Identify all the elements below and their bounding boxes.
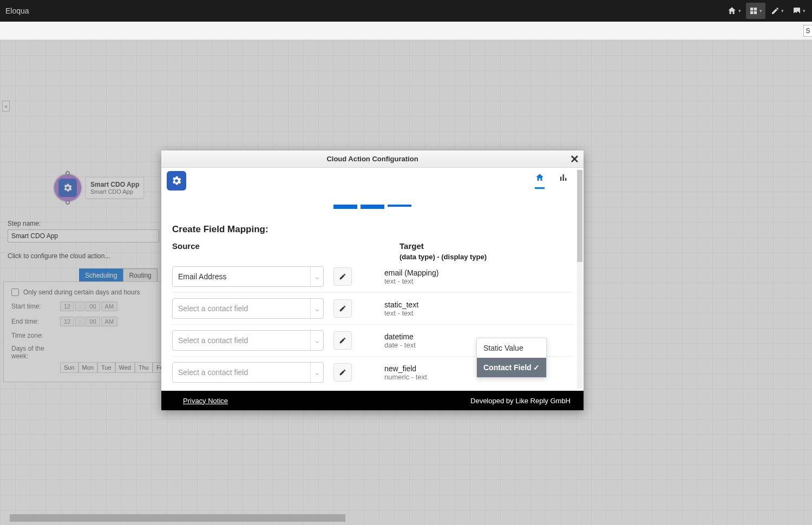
grid-icon[interactable]: ▾	[746, 3, 765, 19]
source-select-2[interactable]: Select a contact field⌄	[172, 330, 324, 351]
target-2: datetime date - text	[384, 332, 416, 349]
svg-rect-4	[560, 177, 561, 181]
svg-rect-2	[750, 11, 753, 14]
section-title: Create Field Mapping:	[172, 224, 584, 235]
step-1[interactable]	[333, 205, 357, 209]
modal-scrollbar[interactable]	[577, 170, 582, 389]
right-stub[interactable]: S	[803, 25, 812, 37]
modal-nav-icons	[535, 173, 568, 189]
modal-header: Cloud Action Configuration ✕	[161, 150, 584, 168]
edit-button-3[interactable]	[333, 363, 352, 382]
column-headers: Source Target (data type) - (display typ…	[172, 241, 573, 261]
app-header	[161, 168, 584, 191]
close-icon[interactable]: ✕	[570, 153, 579, 166]
svg-rect-1	[754, 8, 757, 10]
svg-rect-6	[565, 178, 566, 181]
topbar-icons: ▾ ▾ ▾ ▾	[724, 0, 809, 22]
svg-rect-5	[563, 174, 564, 181]
target-3: new_field numeric - text	[384, 364, 427, 381]
modal-title: Cloud Action Configuration	[326, 155, 418, 163]
svg-rect-0	[750, 8, 753, 10]
chevron-down-icon: ⌄	[310, 267, 323, 286]
modal-body: Create Field Mapping: Source Target (dat…	[161, 168, 584, 391]
step-3[interactable]	[388, 205, 411, 207]
svg-rect-3	[754, 11, 757, 14]
modal-home-icon[interactable]	[535, 173, 545, 189]
popover-contact-field[interactable]: Contact Field ✓	[477, 358, 546, 377]
mapping-row-0: Email Address⌄ email (Mapping) text - te…	[172, 261, 573, 293]
mapping-row-1: Select a contact field⌄ static_text text…	[172, 293, 573, 325]
target-0: email (Mapping) text - text	[384, 268, 438, 285]
privacy-link[interactable]: Privacy Notice	[183, 397, 228, 405]
source-header: Source	[172, 241, 389, 251]
edit-button-2[interactable]	[333, 331, 352, 350]
field-type-popover: Static Value Contact Field ✓	[476, 338, 547, 378]
stepper	[161, 205, 584, 209]
modal-footer: Privacy Notice Developed by Like Reply G…	[161, 391, 584, 410]
home-icon[interactable]: ▾	[724, 3, 744, 19]
popover-static-value[interactable]: Static Value	[477, 338, 546, 358]
edit-icon[interactable]: ▾	[768, 3, 787, 19]
target-1: static_text text - text	[384, 300, 418, 317]
check-icon: ✓	[533, 363, 540, 372]
chart-icon[interactable]	[559, 173, 568, 189]
source-select-1[interactable]: Select a contact field⌄	[172, 298, 324, 319]
image-icon[interactable]: ▾	[789, 3, 809, 19]
target-subheader: (data type) - (display type)	[400, 253, 573, 261]
source-select-0[interactable]: Email Address⌄	[172, 266, 324, 287]
credit-text: Developed by Like Reply GmbH	[470, 397, 571, 405]
chevron-down-icon: ⌄	[310, 363, 323, 382]
edit-button-1[interactable]	[333, 299, 352, 318]
source-select-3[interactable]: Select a contact field⌄	[172, 362, 324, 383]
chevron-down-icon: ⌄	[310, 331, 323, 350]
chevron-down-icon: ⌄	[310, 299, 323, 318]
modal: Cloud Action Configuration ✕	[161, 150, 584, 410]
secondary-bar: S	[0, 22, 812, 40]
topbar: Eloqua ▾ ▾ ▾ ▾	[0, 0, 812, 22]
canvas: « Smart CDO App Smart CDO App Step name:…	[0, 40, 812, 525]
edit-button-0[interactable]	[333, 267, 352, 286]
step-2[interactable]	[361, 205, 384, 209]
target-header: Target	[400, 241, 573, 251]
brand: Eloqua	[5, 6, 29, 15]
app-logo-icon	[167, 171, 186, 191]
